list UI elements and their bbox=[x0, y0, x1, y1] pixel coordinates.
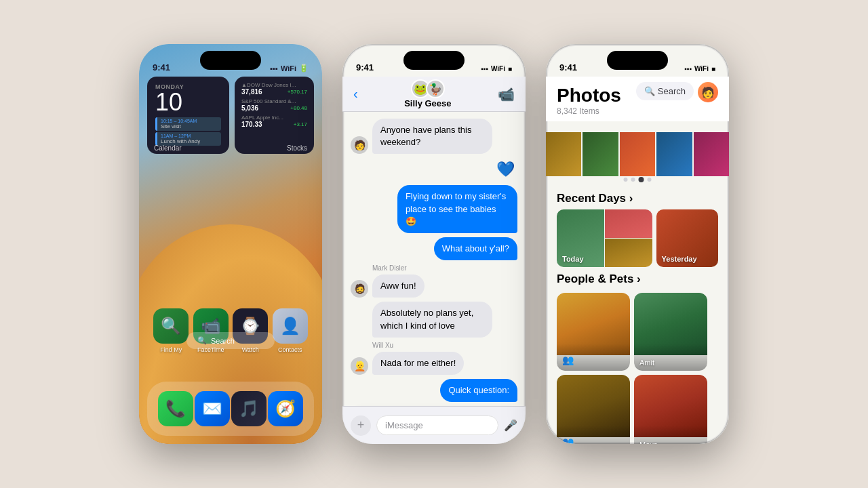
dynamic-island-3 bbox=[607, 51, 668, 70]
search-label: Search bbox=[211, 337, 235, 345]
back-button[interactable]: ‹ bbox=[353, 86, 358, 102]
day-yesterday[interactable]: Yesterday bbox=[656, 209, 718, 267]
featured-1 bbox=[546, 132, 581, 176]
today-cell-3 bbox=[605, 239, 652, 267]
message-2: Flying down to my sister's place to see … bbox=[351, 185, 517, 233]
dynamic-island bbox=[200, 51, 261, 70]
status-icons-2: ▪▪▪ WiFi ■ bbox=[481, 65, 512, 73]
status-time-2: 9:41 bbox=[356, 62, 374, 73]
dot-3-active bbox=[639, 177, 644, 182]
calendar-widget[interactable]: MONDAY 10 10:15 – 10:45AM Site visit 11A… bbox=[147, 77, 229, 154]
bubble-m7: Quick question: bbox=[440, 379, 517, 402]
people-pets-header: People & Pets › bbox=[557, 267, 718, 290]
microphone-icon[interactable]: 🎤 bbox=[504, 419, 517, 432]
group-name: Silly Geese bbox=[404, 98, 451, 108]
heart-emoji: 💙 bbox=[494, 158, 517, 181]
dock: 📞 ✉️ 🎵 🧭 bbox=[147, 382, 314, 436]
battery-icon: 🔋 bbox=[299, 64, 309, 73]
search-bar[interactable]: 🔍 Search bbox=[186, 332, 275, 349]
add-attachment-button[interactable]: + bbox=[351, 415, 371, 436]
messages-screen: 9:41 ▪▪▪ WiFi ■ ‹ 🐸 🦆 Silly Geese 📹 bbox=[342, 44, 526, 444]
dock-music[interactable]: 🎵 bbox=[231, 391, 267, 426]
battery-icon-2: ■ bbox=[508, 65, 512, 73]
cal-event-2: 11AM – 12PM Lunch with Andy bbox=[155, 132, 221, 146]
photos-search-button[interactable]: 🔍 Search bbox=[636, 82, 694, 100]
person-amit[interactable]: Amit bbox=[634, 293, 707, 371]
find-my-label: Find My bbox=[160, 346, 182, 353]
people-pets-title: People & Pets › bbox=[557, 272, 641, 286]
phone-messages: 9:41 ▪▪▪ WiFi ■ ‹ 🐸 🦆 Silly Geese 📹 bbox=[342, 44, 526, 444]
dock-mail[interactable]: ✉️ bbox=[195, 391, 230, 426]
avatar-m1: 🧑 bbox=[351, 136, 368, 154]
message-1: 🧑 Anyone have plans this weekend? bbox=[351, 119, 517, 154]
bubble-m1: Anyone have plans this weekend? bbox=[372, 119, 492, 154]
message-heart: 💙 bbox=[351, 158, 517, 181]
sender-will: Will Xu bbox=[351, 342, 517, 349]
person-group[interactable]: 👥 bbox=[557, 293, 630, 371]
wifi-icon-2: WiFi bbox=[491, 65, 505, 73]
message-7: Quick question: bbox=[351, 379, 517, 402]
group-people-icon: 👥 bbox=[562, 354, 574, 365]
app-contacts[interactable]: 👤 Contacts bbox=[273, 308, 308, 353]
person-name-maya: Maya bbox=[639, 441, 658, 444]
featured-2 bbox=[583, 132, 618, 176]
bubble-m3: What about y'all? bbox=[434, 237, 517, 260]
dock-safari[interactable]: 🧭 bbox=[268, 391, 303, 426]
status-icons-3: ▪▪▪ WiFi ■ bbox=[684, 65, 715, 73]
cal-date-num: 10 bbox=[155, 90, 221, 115]
message-3: What about y'all? bbox=[351, 237, 517, 260]
bubble-m2: Flying down to my sister's place to see … bbox=[397, 185, 517, 233]
signal-icon-3: ▪▪▪ bbox=[684, 65, 692, 73]
search-icon-photos: 🔍 bbox=[644, 86, 655, 96]
group-avatars: 🐸 🦆 bbox=[411, 79, 445, 98]
person-gradient-2 bbox=[634, 344, 707, 371]
video-call-button[interactable]: 📹 bbox=[498, 86, 515, 102]
group-info[interactable]: 🐸 🦆 Silly Geese bbox=[404, 79, 451, 108]
recent-days-header: Recent Days › bbox=[557, 186, 718, 209]
photos-screen: 9:41 ▪▪▪ WiFi ■ Photos 8,342 Items 🔍 Sea… bbox=[546, 44, 729, 444]
dock-phone[interactable]: 📞 bbox=[158, 391, 193, 426]
search-icon: 🔍 bbox=[197, 336, 207, 345]
message-4: 🧔 Aww fun! bbox=[351, 274, 517, 298]
photos-user-avatar[interactable]: 🧑 bbox=[698, 82, 718, 102]
event-title-1: Site visit bbox=[161, 123, 218, 129]
app-find-my[interactable]: 🔍 Find My bbox=[153, 308, 189, 353]
message-input-bar: + iMessage 🎤 bbox=[342, 406, 526, 444]
stocks-label: Stocks bbox=[287, 144, 307, 152]
day-today[interactable]: Today bbox=[557, 209, 652, 267]
stock-sp500: S&P 500 Standard &... 5,036 +80.48 bbox=[241, 98, 307, 112]
mail-icon: ✉️ bbox=[195, 391, 230, 426]
dot-2 bbox=[631, 178, 635, 182]
wifi-icon: WiFi bbox=[281, 64, 296, 73]
group-avatar-2: 🦆 bbox=[426, 79, 445, 98]
status-time-3: 9:41 bbox=[559, 62, 577, 73]
dot-4 bbox=[648, 178, 652, 182]
recent-days-grid: Today Yesterday bbox=[557, 209, 718, 267]
bubble-m5: Absolutely no plans yet, which I kind of… bbox=[372, 302, 492, 337]
stock-dow: ▲DOW Dow Jones I... 37,816 +570.17 bbox=[241, 82, 307, 96]
sender-mark: Mark Disler bbox=[351, 264, 517, 272]
dot-1 bbox=[624, 178, 628, 182]
carousel-dots bbox=[624, 178, 652, 182]
stocks-widget[interactable]: ▲DOW Dow Jones I... 37,816 +570.17 S&P 5… bbox=[235, 77, 314, 154]
event-time-1: 10:15 – 10:45AM bbox=[161, 119, 218, 123]
signal-icon: ▪▪▪ bbox=[270, 64, 278, 73]
avatar-photo: 🧑 bbox=[701, 86, 715, 99]
photos-scroll: Recent Days › Today Yesterday bbox=[546, 186, 729, 444]
featured-4 bbox=[656, 132, 692, 176]
safari-icon: 🧭 bbox=[268, 391, 303, 426]
message-5: Absolutely no plans yet, which I kind of… bbox=[351, 302, 517, 337]
status-icons: ▪▪▪ WiFi 🔋 bbox=[270, 64, 309, 73]
person-maya[interactable]: Maya bbox=[634, 375, 707, 444]
cal-event-1: 10:15 – 10:45AM Site visit bbox=[155, 117, 221, 131]
contacts-label: Contacts bbox=[278, 346, 302, 353]
message-input[interactable]: iMessage bbox=[376, 415, 498, 435]
cal-events: 10:15 – 10:45AM Site visit 11AM – 12PM L… bbox=[155, 117, 221, 146]
event-time-2: 11AM – 12PM bbox=[161, 134, 218, 138]
featured-strip bbox=[546, 132, 729, 176]
featured-5 bbox=[694, 132, 729, 176]
home-screen: 9:41 ▪▪▪ WiFi 🔋 MONDAY 10 10:15 – 10:45A… bbox=[139, 44, 322, 444]
today-label: Today bbox=[562, 255, 584, 263]
bubble-m4: Aww fun! bbox=[372, 274, 425, 298]
person-group-2[interactable]: 👥 bbox=[557, 375, 630, 444]
